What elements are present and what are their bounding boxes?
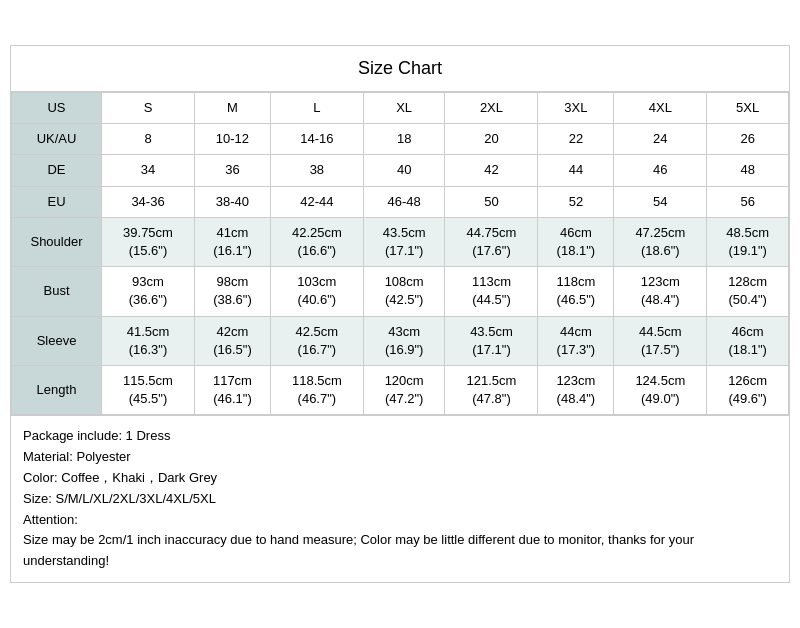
table-cell: 93cm(36.6") <box>102 267 195 316</box>
table-row: USSMLXL2XL3XL4XL5XL <box>12 93 789 124</box>
table-cell: 4XL <box>614 93 707 124</box>
table-cell: 5XL <box>707 93 789 124</box>
table-cell: 20 <box>445 124 538 155</box>
table-cell: 123cm(48.4") <box>614 267 707 316</box>
table-cell: 42 <box>445 155 538 186</box>
table-row: Length115.5cm(45.5")117cm(46.1")118.5cm(… <box>12 365 789 414</box>
row-label: US <box>12 93 102 124</box>
table-cell: 123cm(48.4") <box>538 365 614 414</box>
table-cell: 56 <box>707 186 789 217</box>
table-cell: 2XL <box>445 93 538 124</box>
table-cell: 50 <box>445 186 538 217</box>
table-cell: 44.5cm(17.5") <box>614 316 707 365</box>
table-cell: 43.5cm(17.1") <box>363 217 445 266</box>
table-cell: 126cm(49.6") <box>707 365 789 414</box>
notes-line3: Color: Coffee，Khaki，Dark Grey <box>23 468 777 489</box>
table-cell: 39.75cm(15.6") <box>102 217 195 266</box>
size-chart-container: Size Chart USSMLXL2XL3XL4XL5XLUK/AU810-1… <box>10 45 790 583</box>
row-label: Sleeve <box>12 316 102 365</box>
table-cell: L <box>270 93 363 124</box>
notes-line2: Material: Polyester <box>23 447 777 468</box>
table-cell: 44cm(17.3") <box>538 316 614 365</box>
table-cell: 43cm(16.9") <box>363 316 445 365</box>
table-cell: 43.5cm(17.1") <box>445 316 538 365</box>
table-cell: 115.5cm(45.5") <box>102 365 195 414</box>
table-row: DE3436384042444648 <box>12 155 789 186</box>
table-cell: 26 <box>707 124 789 155</box>
table-cell: 42cm(16.5") <box>195 316 271 365</box>
table-cell: 42.25cm(16.6") <box>270 217 363 266</box>
table-cell: 38 <box>270 155 363 186</box>
table-row: UK/AU810-1214-161820222426 <box>12 124 789 155</box>
table-cell: 124.5cm(49.0") <box>614 365 707 414</box>
chart-title: Size Chart <box>11 46 789 92</box>
table-cell: 44.75cm(17.6") <box>445 217 538 266</box>
table-cell: XL <box>363 93 445 124</box>
row-label: Shoulder <box>12 217 102 266</box>
row-label: UK/AU <box>12 124 102 155</box>
row-label: Bust <box>12 267 102 316</box>
notes-line1: Package include: 1 Dress <box>23 426 777 447</box>
table-cell: 121.5cm(47.8") <box>445 365 538 414</box>
table-cell: 98cm(38.6") <box>195 267 271 316</box>
table-cell: M <box>195 93 271 124</box>
table-cell: 54 <box>614 186 707 217</box>
table-cell: S <box>102 93 195 124</box>
table-cell: 42.5cm(16.7") <box>270 316 363 365</box>
row-label: Length <box>12 365 102 414</box>
table-cell: 52 <box>538 186 614 217</box>
notes-section: Package include: 1 Dress Material: Polye… <box>11 415 789 582</box>
row-label: DE <box>12 155 102 186</box>
table-row: Sleeve41.5cm(16.3")42cm(16.5")42.5cm(16.… <box>12 316 789 365</box>
notes-line4: Size: S/M/L/XL/2XL/3XL/4XL/5XL <box>23 489 777 510</box>
table-cell: 10-12 <box>195 124 271 155</box>
table-cell: 36 <box>195 155 271 186</box>
table-cell: 3XL <box>538 93 614 124</box>
table-cell: 117cm(46.1") <box>195 365 271 414</box>
table-cell: 18 <box>363 124 445 155</box>
table-cell: 40 <box>363 155 445 186</box>
table-cell: 48 <box>707 155 789 186</box>
table-cell: 24 <box>614 124 707 155</box>
table-cell: 42-44 <box>270 186 363 217</box>
table-cell: 120cm(47.2") <box>363 365 445 414</box>
table-cell: 41cm(16.1") <box>195 217 271 266</box>
table-cell: 47.25cm(18.6") <box>614 217 707 266</box>
table-row: EU34-3638-4042-4446-4850525456 <box>12 186 789 217</box>
row-label: EU <box>12 186 102 217</box>
table-cell: 108cm(42.5") <box>363 267 445 316</box>
size-table: USSMLXL2XL3XL4XL5XLUK/AU810-1214-1618202… <box>11 92 789 415</box>
table-cell: 46 <box>614 155 707 186</box>
table-cell: 113cm(44.5") <box>445 267 538 316</box>
table-cell: 8 <box>102 124 195 155</box>
table-cell: 118.5cm(46.7") <box>270 365 363 414</box>
table-cell: 46cm(18.1") <box>538 217 614 266</box>
table-row: Bust93cm(36.6")98cm(38.6")103cm(40.6")10… <box>12 267 789 316</box>
table-cell: 48.5cm(19.1") <box>707 217 789 266</box>
table-cell: 41.5cm(16.3") <box>102 316 195 365</box>
table-cell: 103cm(40.6") <box>270 267 363 316</box>
table-cell: 46cm(18.1") <box>707 316 789 365</box>
notes-line5: Attention: <box>23 510 777 531</box>
table-cell: 22 <box>538 124 614 155</box>
table-row: Shoulder39.75cm(15.6")41cm(16.1")42.25cm… <box>12 217 789 266</box>
table-cell: 128cm(50.4") <box>707 267 789 316</box>
table-cell: 118cm(46.5") <box>538 267 614 316</box>
table-cell: 38-40 <box>195 186 271 217</box>
table-cell: 14-16 <box>270 124 363 155</box>
table-cell: 44 <box>538 155 614 186</box>
notes-line6: Size may be 2cm/1 inch inaccuracy due to… <box>23 530 777 572</box>
table-cell: 34-36 <box>102 186 195 217</box>
table-cell: 34 <box>102 155 195 186</box>
table-cell: 46-48 <box>363 186 445 217</box>
